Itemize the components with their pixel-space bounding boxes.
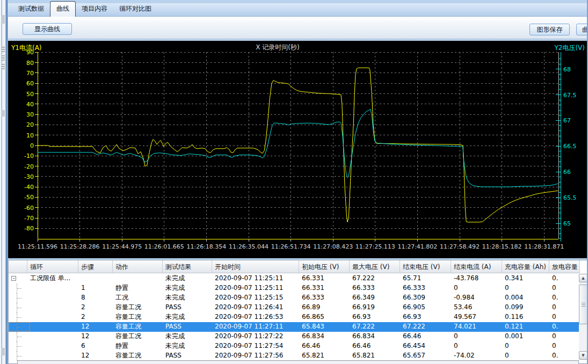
- cell-v_end: 66.905: [400, 303, 451, 312]
- cell-result: 未完成: [163, 341, 212, 351]
- cell-cycle: [27, 312, 78, 322]
- x-tick-label: 11:26:35.044: [229, 243, 268, 250]
- voltage-curve: [38, 109, 558, 187]
- table-row[interactable]: 12容量工况PASS2020-09-07 11:27:1165.84367.22…: [9, 322, 580, 332]
- y2-axis-title: Y2电压(V): [554, 44, 585, 52]
- column-header[interactable]: 初始电压 (V): [299, 260, 350, 273]
- tree-cell: [9, 283, 27, 293]
- vertical-scrollbar[interactable]: ▲ ▼: [579, 274, 587, 360]
- cell-cap_dchg: 0.: [549, 351, 580, 361]
- app-window: 测试数据曲线项目内容循环对比图 显示曲线 图形保存 曲 908070605040…: [7, 0, 588, 364]
- cell-i_end: 0: [451, 283, 502, 293]
- cell-start: 2020-09-07 11:27:22: [212, 332, 299, 341]
- background-window-fragment: [1, 110, 5, 117]
- table-row[interactable]: 2容量工况PASS2020-09-07 11:26:4166.8966.9196…: [9, 303, 580, 312]
- cell-step: 6: [78, 341, 113, 351]
- cell-start: 2020-09-07 11:27:56: [212, 351, 299, 361]
- cell-cycle: [27, 293, 78, 303]
- y1-tick-label: -50: [24, 194, 34, 201]
- y1-tick-label: 20: [26, 121, 34, 128]
- cell-v_end: 66.46: [400, 332, 451, 341]
- background-window-sliver: [0, 0, 7, 364]
- cell-v_end: 65.71: [400, 274, 451, 283]
- y1-tick-label: -80: [24, 225, 34, 232]
- cell-result: PASS: [163, 322, 212, 332]
- column-header[interactable]: 动作: [113, 260, 163, 273]
- scroll-down-button[interactable]: ▼: [579, 351, 587, 360]
- y2-tick-label: 67: [563, 117, 571, 124]
- tree-expand-icon[interactable]: -: [11, 276, 16, 281]
- table-row[interactable]: -工况限值 单...未完成2020-09-07 11:25:1166.33167…: [9, 274, 580, 283]
- column-header[interactable]: 放电容量 (Ah): [549, 260, 580, 273]
- cell-cap_dchg: 0.: [549, 274, 580, 283]
- tab-2[interactable]: 项目内容: [76, 2, 113, 16]
- cell-i_end: -43.768: [451, 274, 502, 283]
- table-header: 循环步骤动作测试结果开始时间初始电压 (V)最大电压 (V)结束电压 (V)结束…: [9, 260, 580, 273]
- table-row[interactable]: 8工况未完成2020-09-07 11:25:1566.33366.34966.…: [9, 293, 580, 303]
- x-tick-label: 11:27:08.423: [313, 243, 353, 250]
- table-row[interactable]: 2容量工况未完成2020-09-07 11:26:5366.86566.9366…: [9, 312, 580, 322]
- cell-cap_chg: 0.116: [502, 312, 549, 322]
- cell-cycle: [27, 283, 78, 293]
- cell-v_max: 67.222: [350, 322, 400, 332]
- cell-v_init: 66.333: [299, 293, 350, 303]
- x-tick-label: 11:25:11.596: [18, 243, 57, 250]
- cell-v_max: 66.93: [350, 312, 400, 322]
- cell-result: 未完成: [163, 332, 212, 341]
- show-curve-button[interactable]: 显示曲线: [23, 23, 72, 35]
- cell-cycle: [27, 341, 78, 351]
- cell-v_init: 66.46: [299, 341, 350, 351]
- column-header[interactable]: 结束电压 (V): [400, 260, 451, 273]
- column-header[interactable]: 充电容量 (Ah): [502, 260, 549, 273]
- table-row[interactable]: 12容量工况PASS2020-09-07 11:27:5665.82165.82…: [9, 351, 580, 361]
- column-header[interactable]: 结束电流 (A): [451, 260, 502, 273]
- x-axis-title: X 记录时间(秒): [256, 43, 299, 51]
- horizontal-scrollbar[interactable]: [17, 360, 579, 364]
- partial-clipped-button[interactable]: 曲: [576, 24, 588, 35]
- cell-cycle: [27, 303, 78, 312]
- y1-tick-label: 40: [26, 101, 34, 108]
- tab-3[interactable]: 循环对比图: [113, 2, 157, 16]
- scrollbar-thumb[interactable]: [579, 285, 587, 324]
- y2-tick-label: 65.5: [563, 194, 577, 201]
- table-row[interactable]: 1静置未完成2020-09-07 11:25:1166.33166.33366.…: [9, 283, 580, 293]
- cell-i_end: 53.46: [451, 303, 502, 312]
- background-window-item: [2, 63, 5, 69]
- table-body: -工况限值 单...未完成2020-09-07 11:25:1166.33167…: [9, 274, 580, 361]
- tab-1[interactable]: 曲线: [50, 1, 76, 17]
- chart-panel: 9080706050403020100-10-20-30-40-50-60-70…: [8, 41, 587, 258]
- cell-step: 12: [78, 332, 113, 341]
- x-tick-label: 11:27:25.113: [355, 243, 395, 250]
- table-row[interactable]: 6静置未完成2020-09-07 11:27:5466.4666.4666.45…: [9, 341, 580, 351]
- cell-i_end: 0: [451, 341, 502, 351]
- y1-tick-label: -60: [24, 205, 34, 212]
- table-row[interactable]: 12容量工况未完成2020-09-07 11:27:2266.83466.834…: [9, 332, 580, 341]
- cell-action: 容量工况: [113, 312, 163, 322]
- cell-result: 未完成: [163, 283, 212, 293]
- cell-cap_dchg: 0.: [549, 322, 580, 332]
- cell-result: 未完成: [163, 293, 212, 303]
- screen: 测试数据曲线项目内容循环对比图 显示曲线 图形保存 曲 908070605040…: [0, 0, 588, 364]
- column-header[interactable]: 循环: [27, 260, 78, 273]
- cell-step: 12: [78, 322, 113, 332]
- column-header[interactable]: 测试结果: [163, 260, 212, 273]
- cell-start: 2020-09-07 11:25:11: [212, 274, 299, 283]
- cell-cap_dchg: 0: [549, 341, 580, 351]
- save-graph-button[interactable]: 图形保存: [529, 24, 570, 35]
- y2-tick-label: 67.5: [563, 92, 577, 99]
- column-header[interactable]: 最大电压 (V): [350, 260, 400, 273]
- column-header[interactable]: 步骤: [78, 260, 113, 273]
- y1-tick-label: 30: [26, 111, 34, 118]
- x-tick-label: 11:25:44.975: [102, 243, 142, 250]
- tab-0[interactable]: 测试数据: [12, 2, 50, 16]
- y1-axis-title: Y1电流(A): [11, 44, 42, 52]
- cell-v_end: 66.93: [400, 312, 451, 322]
- cell-result: PASS: [163, 303, 212, 312]
- column-header[interactable]: 开始时间: [212, 260, 299, 273]
- cell-start: 2020-09-07 11:26:41: [212, 303, 299, 312]
- scroll-up-button[interactable]: ▲: [579, 274, 587, 282]
- cell-step: 12: [78, 351, 113, 361]
- header-tree-cell[interactable]: [9, 260, 27, 273]
- y1-tick-label: 60: [26, 80, 34, 87]
- tree-line: [17, 346, 21, 347]
